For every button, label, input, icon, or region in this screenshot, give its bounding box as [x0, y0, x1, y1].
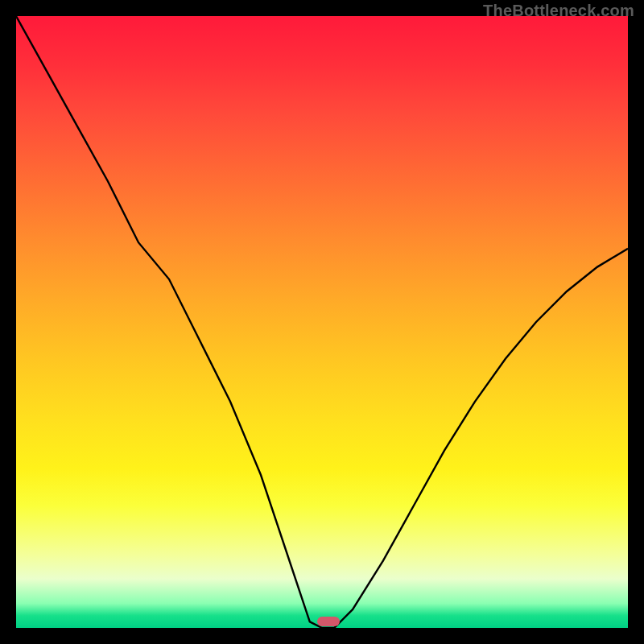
plot-area [16, 16, 628, 628]
curve-path [16, 16, 628, 628]
optimal-point-marker [317, 617, 340, 626]
chart-frame: TheBottleneck.com [0, 0, 644, 644]
bottleneck-curve [16, 16, 628, 628]
